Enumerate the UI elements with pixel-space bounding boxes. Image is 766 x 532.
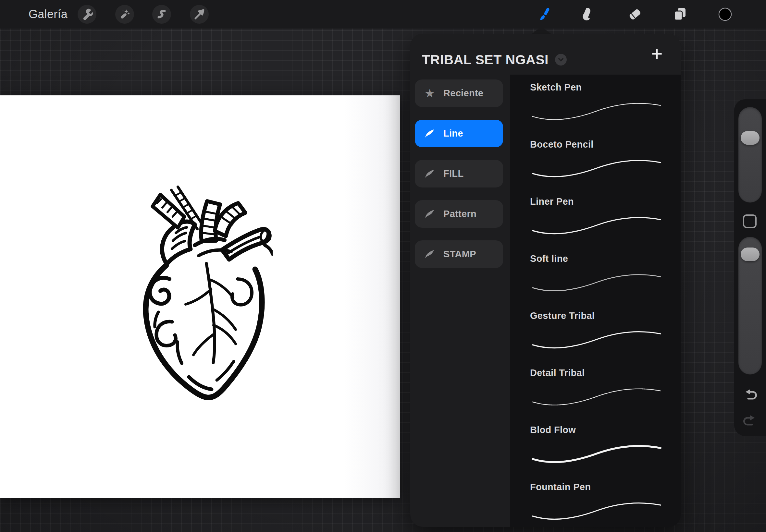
add-brush-button[interactable]: + bbox=[646, 43, 668, 66]
brush-name: Detail Tribal bbox=[530, 368, 585, 378]
brush-set-title[interactable]: TRIBAL SET NGASI bbox=[422, 52, 549, 67]
category-fill[interactable]: ★ FILL bbox=[415, 160, 503, 187]
eraser-icon bbox=[629, 8, 641, 20]
brush-stroke-preview bbox=[528, 323, 664, 355]
transform-button[interactable] bbox=[190, 5, 209, 24]
brush-item-detail-tribal[interactable]: Detail Tribal bbox=[510, 366, 681, 423]
paint-brush-icon bbox=[540, 7, 550, 20]
redo-button[interactable] bbox=[743, 414, 757, 428]
title-dropdown-button[interactable] bbox=[555, 54, 567, 66]
brush-stroke-preview bbox=[528, 266, 664, 298]
brush-name: Boceto Pencil bbox=[530, 139, 594, 150]
opacity-handle[interactable] bbox=[741, 248, 760, 261]
redo-arrow-icon bbox=[744, 415, 755, 425]
brush-item-gesture-tribal[interactable]: Gesture Tribal bbox=[510, 309, 681, 366]
brush-name: Fountain Pen bbox=[530, 482, 591, 492]
anatomical-heart-artwork bbox=[130, 182, 273, 405]
modify-button[interactable] bbox=[743, 214, 757, 228]
color-tool[interactable] bbox=[718, 7, 732, 21]
brush-size-handle[interactable] bbox=[741, 131, 760, 145]
category-label: FILL bbox=[444, 168, 464, 179]
brush-item-boceto-pencil[interactable]: Boceto Pencil bbox=[510, 138, 681, 195]
actions-button[interactable] bbox=[78, 5, 96, 24]
eraser-tool[interactable] bbox=[628, 7, 642, 21]
brush-item-soft-line[interactable]: Soft line bbox=[510, 252, 681, 309]
brush-stroke-icon bbox=[424, 128, 436, 139]
undo-arrow-icon bbox=[746, 389, 756, 399]
smudge-icon bbox=[583, 8, 590, 20]
brush-stroke-icon bbox=[424, 168, 436, 180]
brush-name: Sketch Pen bbox=[530, 82, 582, 93]
layers-icon bbox=[675, 8, 686, 20]
layers-tool[interactable] bbox=[673, 7, 687, 21]
category-line[interactable]: ★ Line bbox=[415, 120, 503, 147]
brush-name: Soft line bbox=[530, 253, 568, 264]
color-swatch bbox=[719, 8, 731, 20]
chevron-down-icon bbox=[557, 56, 565, 63]
brush-list: Sketch Pen Boceto Pencil Liner Pen Soft … bbox=[510, 75, 681, 527]
category-label: Pattern bbox=[444, 209, 477, 219]
category-label: STAMP bbox=[444, 249, 476, 260]
brush-library-panel: Sketch Pen Boceto Pencil Liner Pen Soft … bbox=[410, 34, 681, 527]
top-toolbar: Galería bbox=[0, 0, 766, 29]
selection-button[interactable] bbox=[152, 5, 171, 24]
category-stamp[interactable]: ★ STAMP bbox=[415, 240, 503, 268]
brush-item-fountain-pen[interactable]: Fountain Pen bbox=[510, 480, 681, 527]
brush-stroke-preview bbox=[528, 151, 664, 184]
gallery-button[interactable]: Galería bbox=[29, 0, 67, 29]
category-pattern[interactable]: ★ Pattern bbox=[415, 200, 503, 228]
magic-wand-icon bbox=[118, 8, 131, 20]
brush-stroke-preview bbox=[528, 94, 664, 127]
brush-stroke-icon bbox=[424, 248, 436, 260]
brush-name: Liner Pen bbox=[530, 196, 574, 207]
undo-button[interactable] bbox=[743, 388, 757, 402]
brush-size-slider[interactable] bbox=[738, 107, 762, 202]
category-reciente[interactable]: ★ Reciente bbox=[415, 79, 503, 107]
sidebar-controls bbox=[734, 99, 766, 436]
brush-name: Blod Flow bbox=[530, 425, 576, 435]
brush-stroke-preview bbox=[528, 209, 664, 241]
freehand-selection-icon bbox=[155, 8, 168, 20]
adjustments-button[interactable] bbox=[115, 5, 134, 24]
brush-item-sketch-pen[interactable]: Sketch Pen bbox=[510, 81, 681, 138]
brush-stroke-preview bbox=[528, 437, 664, 469]
wrench-icon bbox=[81, 8, 93, 20]
category-label: Line bbox=[444, 128, 463, 139]
transform-arrow-icon bbox=[193, 8, 205, 20]
brush-name: Gesture Tribal bbox=[530, 310, 595, 321]
drawing-canvas[interactable] bbox=[0, 95, 400, 498]
brush-item-blod-flow[interactable]: Blod Flow bbox=[510, 423, 681, 480]
brush-stroke-preview bbox=[528, 494, 664, 526]
smudge-tool[interactable] bbox=[579, 7, 594, 21]
opacity-slider[interactable] bbox=[738, 237, 762, 374]
brush-stroke-icon bbox=[424, 208, 436, 220]
star-icon: ★ bbox=[425, 87, 435, 100]
paint-brush-tool[interactable] bbox=[538, 7, 552, 21]
brush-item-liner-pen[interactable]: Liner Pen bbox=[510, 195, 681, 252]
panel-header: TRIBAL SET NGASI bbox=[422, 48, 567, 71]
category-label: Reciente bbox=[444, 88, 483, 99]
brush-stroke-preview bbox=[528, 380, 664, 412]
